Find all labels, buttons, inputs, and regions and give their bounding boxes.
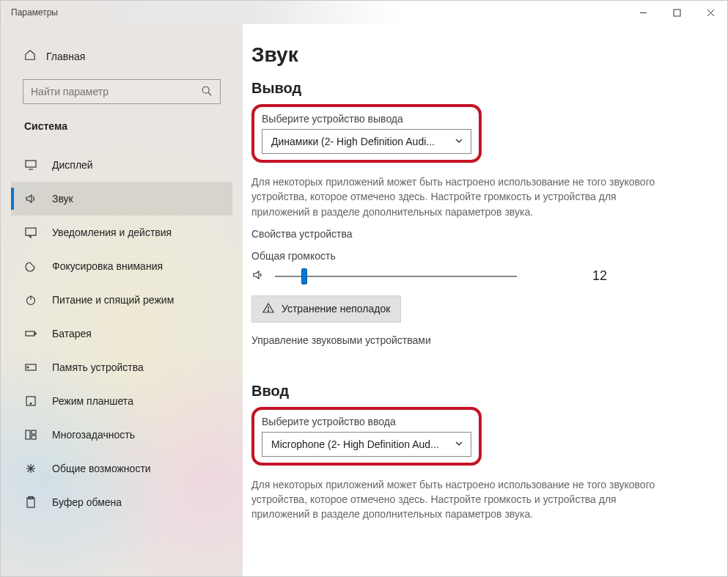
storage-icon	[24, 361, 37, 374]
sidebar-item-shared[interactable]: Общие возможности	[11, 452, 232, 485]
device-properties-link[interactable]: Свойства устройства	[251, 228, 695, 240]
maximize-button[interactable]	[660, 1, 694, 24]
sidebar-nav: Дисплей Звук Уведомления и действия Фоку…	[11, 148, 232, 519]
sidebar: Главная Система Дисплей Звук Уведомления…	[1, 24, 243, 576]
sidebar-item-battery[interactable]: Батарея	[11, 317, 232, 350]
volume-slider[interactable]	[275, 268, 517, 285]
clipboard-icon	[24, 496, 37, 509]
multitask-icon	[24, 428, 37, 441]
sidebar-item-display[interactable]: Дисплей	[11, 148, 232, 182]
sidebar-item-label: Фокусировка внимания	[52, 260, 163, 272]
svg-rect-19	[32, 435, 36, 439]
tablet-icon	[24, 394, 37, 408]
output-device-selected: Динамики (2- High Definition Audi...	[271, 136, 435, 147]
volume-icon	[251, 268, 265, 284]
input-choose-label: Выберите устройство ввода	[262, 416, 471, 427]
svg-rect-1	[674, 10, 680, 16]
home-icon	[24, 49, 36, 63]
minimize-button[interactable]	[626, 1, 660, 24]
svg-point-4	[202, 87, 209, 93]
input-help-text: Для некоторых приложений может быть наст…	[251, 477, 662, 522]
page-title: Звук	[251, 43, 695, 67]
input-device-dropdown[interactable]: Microphone (2- High Definition Aud...	[262, 432, 471, 457]
sidebar-item-label: Уведомления и действия	[52, 227, 172, 238]
input-section-title: Ввод	[251, 383, 695, 400]
master-volume-label: Общая громкость	[251, 250, 695, 262]
volume-value: 12	[592, 268, 695, 284]
sidebar-item-notifications[interactable]: Уведомления и действия	[11, 216, 232, 249]
window-title: Параметры	[11, 7, 58, 18]
input-highlight: Выберите устройство ввода Microphone (2-…	[251, 407, 482, 466]
sidebar-item-storage[interactable]: Память устройства	[11, 350, 232, 384]
sidebar-item-label: Общие возможности	[52, 463, 151, 474]
display-icon	[24, 158, 37, 172]
svg-rect-11	[26, 331, 34, 336]
chevron-down-icon	[455, 438, 463, 450]
sidebar-item-sound[interactable]: Звук	[11, 182, 232, 216]
sidebar-home-label: Главная	[46, 51, 85, 62]
svg-rect-17	[26, 430, 30, 439]
sidebar-item-label: Память устройства	[52, 361, 144, 373]
sidebar-item-focus[interactable]: Фокусировка внимания	[11, 249, 232, 283]
notifications-icon	[24, 226, 37, 239]
focus-icon	[24, 260, 37, 273]
troubleshoot-label: Устранение неполадок	[282, 303, 390, 315]
sidebar-item-label: Буфер обмена	[52, 496, 122, 508]
search-input[interactable]	[31, 86, 201, 98]
sidebar-item-label: Дисплей	[52, 159, 93, 171]
output-section-title: Вывод	[251, 80, 695, 97]
sound-icon	[24, 192, 37, 205]
sidebar-category: Система	[11, 120, 232, 139]
close-button[interactable]	[694, 1, 727, 24]
svg-line-5	[208, 92, 211, 95]
battery-icon	[24, 327, 37, 340]
output-help-text: Для некоторых приложений может быть наст…	[251, 174, 662, 219]
search-box[interactable]	[23, 79, 221, 104]
window-buttons	[626, 1, 727, 24]
sidebar-item-label: Режим планшета	[52, 395, 133, 407]
output-choose-label: Выберите устройство вывода	[262, 113, 471, 125]
output-highlight: Выберите устройство вывода Динамики (2- …	[251, 104, 482, 163]
window-titlebar: Параметры	[1, 1, 727, 24]
search-icon	[201, 85, 213, 99]
warning-icon	[262, 302, 274, 316]
sidebar-item-power[interactable]: Питание и спящий режим	[11, 283, 232, 317]
svg-point-14	[27, 367, 29, 368]
sidebar-item-label: Батарея	[52, 328, 92, 339]
svg-point-27	[268, 310, 268, 311]
power-icon	[24, 293, 37, 306]
svg-rect-8	[26, 228, 36, 235]
shared-icon	[24, 462, 37, 475]
svg-rect-18	[32, 430, 36, 434]
sidebar-item-label: Многозадачность	[52, 429, 135, 441]
troubleshoot-button[interactable]: Устранение неполадок	[251, 295, 401, 323]
content-area: Звук Вывод Выберите устройство вывода Ди…	[243, 24, 727, 576]
input-device-selected: Microphone (2- High Definition Aud...	[271, 438, 439, 450]
sidebar-item-label: Звук	[52, 193, 73, 205]
sidebar-item-label: Питание и спящий режим	[52, 294, 174, 306]
svg-point-16	[30, 403, 32, 405]
sidebar-item-multitask[interactable]: Многозадачность	[11, 418, 232, 452]
svg-rect-6	[26, 161, 36, 167]
sidebar-item-tablet[interactable]: Режим планшета	[11, 384, 232, 418]
svg-rect-12	[34, 333, 36, 334]
chevron-down-icon	[455, 136, 463, 147]
output-device-dropdown[interactable]: Динамики (2- High Definition Audi...	[262, 129, 471, 154]
sidebar-item-clipboard[interactable]: Буфер обмена	[11, 485, 232, 519]
sidebar-home[interactable]: Главная	[11, 45, 232, 73]
manage-devices-link[interactable]: Управление звуковыми устройствами	[251, 334, 695, 346]
